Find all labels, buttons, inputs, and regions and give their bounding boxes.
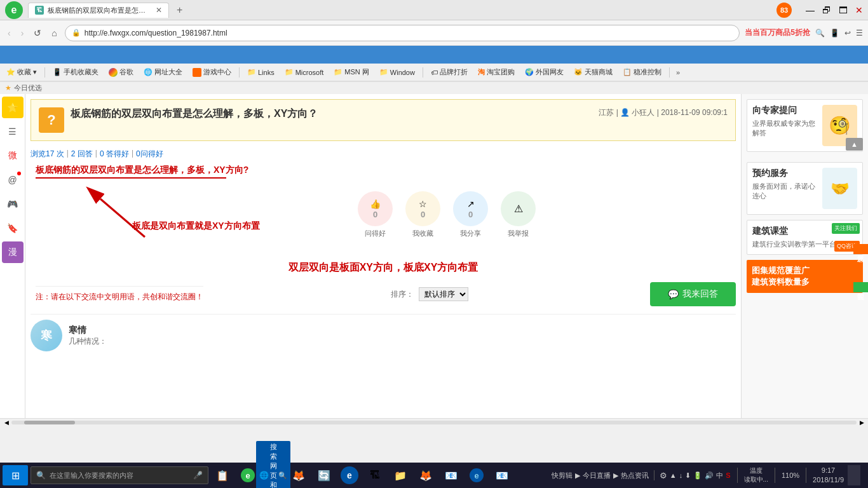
reservation-subtitle: 服务面对面，承诺心连心 — [752, 182, 818, 201]
tab-close-btn[interactable]: ✕ — [156, 6, 162, 15]
start-btn[interactable]: ⊞ — [3, 465, 28, 485]
scrollbar-area: ◀ ▶ — [0, 418, 868, 426]
search-icon[interactable]: 🔍 — [815, 29, 825, 37]
user-info: 寒情 几种情况： — [69, 325, 107, 347]
user-name[interactable]: 寒情 — [69, 325, 107, 336]
sidebar-item-game[interactable]: 🎮 — [2, 193, 24, 215]
sidebar-item-weibo[interactable]: 微 — [2, 145, 24, 166]
forward-btn[interactable]: › — [18, 27, 27, 39]
helpful-circle: 👍 0 — [358, 191, 393, 226]
settings-icon[interactable]: ⚙ — [660, 471, 667, 480]
browser-tab[interactable]: 🏗 板底钢筋的双层双向布置是怎么理... ✕ — [28, 3, 169, 18]
show-desktop-btn[interactable] — [848, 465, 860, 485]
bookmark-links[interactable]: 📁 Links — [243, 67, 278, 78]
feedback-btn[interactable]: 意见反馈 — [853, 244, 868, 254]
back-btn[interactable]: ‹ — [5, 27, 13, 39]
bookmark-msn[interactable]: 📁 MSN 网 — [330, 66, 373, 78]
taskbar-firefox2[interactable]: 🦊 — [414, 465, 437, 485]
classroom-card[interactable]: 建筑课堂 建筑行业实训教学第一平台 关注我们 QQ咨询 — [747, 220, 863, 255]
taskbar-email2[interactable]: 📧 — [491, 465, 513, 485]
home-btn[interactable]: ⌂ — [49, 27, 59, 39]
bookmark-favorites[interactable]: ⭐ 收藏 ▾ — [3, 66, 41, 78]
scroll-up-btn[interactable]: ▲ — [846, 138, 863, 151]
action-btn-collect[interactable]: ☆ 0 我收藏 — [405, 191, 440, 238]
bookmark-control[interactable]: 📋 稳准控制 — [619, 66, 665, 78]
arrow-up-icon[interactable]: ▲ — [670, 471, 677, 479]
taskbar-refresh[interactable]: 🔄 — [313, 465, 336, 485]
sidebar-item-mail[interactable]: @ — [2, 169, 24, 191]
refresh-btn[interactable]: ↺ — [31, 27, 44, 39]
bookmark-foreign[interactable]: 🌍 外国网友 — [521, 66, 567, 78]
mobile-icon[interactable]: 📱 — [830, 29, 839, 37]
maximize-btn[interactable]: 🗗 — [822, 5, 831, 15]
scroll-thumb[interactable] — [24, 421, 75, 424]
good-answer[interactable]: 0 答得好 — [100, 149, 129, 159]
ie-btn: e — [341, 466, 358, 484]
ad-subtitle: 建筑资料数量多 — [752, 276, 858, 288]
taskbar-folder[interactable]: 📁 — [389, 465, 412, 485]
today-direct-label[interactable]: 今日直播 — [583, 471, 611, 480]
arrow-down-icon[interactable]: ↓ — [679, 471, 683, 479]
window-controls: — 🗗 🗖 ✕ — [806, 5, 863, 15]
reply-button[interactable]: 💬 我来回答 — [650, 282, 736, 306]
scroll-right-btn[interactable]: ▶ — [857, 419, 867, 426]
bookmark-tmall[interactable]: 🐱 天猫商城 — [570, 66, 616, 78]
search-app-search-icon: 🔍 — [278, 471, 287, 480]
bookmark-microsoft[interactable]: 📁 Microsoft — [281, 67, 328, 78]
search-box-icon: 🔍 — [36, 471, 46, 480]
action-btn-share[interactable]: ↗ 0 我分享 — [453, 191, 488, 238]
new-tab-btn[interactable]: + — [177, 4, 182, 16]
sidebar-item-manga[interactable]: 漫 — [2, 241, 24, 263]
bookmark-games[interactable]: 游戏中心 — [189, 66, 235, 78]
taskbar-apps-icon[interactable]: 📋 — [211, 465, 234, 485]
taskbar-ie2[interactable]: e — [465, 465, 488, 485]
bookmark-google[interactable]: 谷歌 — [105, 66, 137, 78]
scroll-track — [11, 421, 857, 424]
close-btn[interactable]: ✕ — [855, 5, 863, 15]
url-box[interactable]: 🔒 http://e.fwxgx.com/question_1981987.ht… — [65, 25, 740, 41]
answer-count[interactable]: 2 回答 — [71, 149, 93, 159]
restore-btn[interactable]: 🗖 — [839, 5, 848, 15]
today-label[interactable]: 今日优选 — [14, 83, 42, 93]
minimize-btn[interactable]: — — [806, 5, 815, 15]
ad-card[interactable]: 图集规范覆盖广 建筑资料数量多 — [747, 260, 863, 293]
taskbar-clock[interactable]: 9:17 2018/11/9 — [813, 466, 844, 485]
zoom-level[interactable]: 110% — [782, 471, 799, 479]
taskbar-firefox[interactable]: 🦊 — [287, 465, 310, 485]
scroll-left-btn[interactable]: ◀ — [1, 419, 11, 426]
download-icon[interactable]: ⬇ — [685, 471, 691, 480]
helpful-count[interactable]: 0问得好 — [136, 149, 163, 159]
volume-icon[interactable]: 🔊 — [705, 471, 714, 480]
sidebar-item-star[interactable]: ⭐ — [2, 97, 24, 118]
menu-icon[interactable]: ☰ — [856, 29, 863, 37]
view-count[interactable]: 浏览17 次 — [31, 149, 64, 159]
reservation-card[interactable]: 预约服务 服务面对面，承诺心连心 🤝 — [747, 162, 863, 215]
taskbar-internet[interactable]: e — [338, 465, 361, 485]
action-btn-helpful[interactable]: 👍 0 问得好 — [358, 191, 393, 238]
follow-btn[interactable]: 关注我们 — [853, 282, 868, 292]
bookmark-nav[interactable]: 🌐 网址大全 — [140, 66, 186, 78]
quick-news[interactable]: 快剪辑 — [552, 471, 573, 480]
bookmark-mobile[interactable]: 📱 手机收藏夹 — [49, 66, 102, 78]
mic-icon[interactable]: 🎤 — [193, 471, 203, 480]
question-stats: 浏览17 次 | 2 回答 | 0 答得好 | 0问得好 — [31, 149, 736, 159]
search-box[interactable]: 🔍 在这里输入你要搜索的内容 🎤 — [31, 466, 208, 484]
lang-indicator[interactable]: 中 — [716, 471, 723, 480]
hot-news-label[interactable]: 热点资讯 — [621, 471, 649, 480]
action-btn-report[interactable]: ⚠ 我举报 — [501, 191, 536, 238]
bookmark-brand[interactable]: 🏷 品牌打折 — [427, 66, 471, 78]
sort-controls: 排序： 默认排序 — [391, 287, 468, 301]
sidebar-item-bookmark[interactable]: 🔖 — [2, 217, 24, 239]
bookmark-taobao[interactable]: 淘 淘宝团购 — [474, 66, 519, 78]
taskbar-email[interactable]: 📧 — [440, 465, 463, 485]
bookmark-window[interactable]: 📁 Window — [376, 67, 419, 78]
sidebar-item-list[interactable]: ☰ — [2, 121, 24, 142]
answer-text: 双层双向是板面XY方向，板底XY方向布置 — [31, 261, 736, 274]
sort-select[interactable]: 默认排序 — [419, 287, 468, 301]
taskbar-search-app[interactable]: 🌐 搜索网页和文件 🔍 — [262, 465, 285, 485]
more-bookmarks-btn[interactable]: » — [674, 67, 682, 78]
input-icon[interactable]: S — [726, 471, 730, 479]
follow-us-btn[interactable]: 关注我们 — [832, 223, 860, 234]
taskbar-build[interactable]: 🏗 — [363, 465, 386, 485]
back2-icon[interactable]: ↩ — [844, 29, 851, 37]
